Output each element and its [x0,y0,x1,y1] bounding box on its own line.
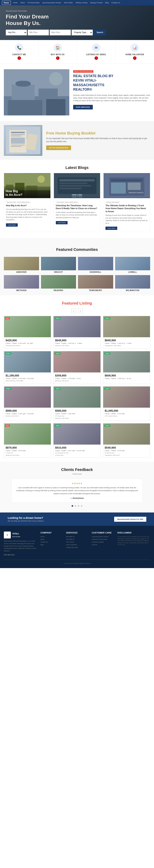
community-tewksbury[interactable]: TEWKSBURY [78,275,113,291]
community-dracut[interactable]: DRACUT [41,257,76,273]
footer-link-buy[interactable]: Buy With Us [66,536,88,537]
nav-link-buying[interactable]: Buying A House [89,1,104,4]
footer-link-valuation[interactable]: Home Valuation [66,544,88,546]
listing-card-3[interactable]: Active $849,900 4 Beds · 3 Baths · 2,316… [103,316,150,349]
blog-card-3-button[interactable]: Learn More [105,227,117,230]
svg-rect-27 [60,183,87,184]
blog-card-2-desc: In this article, we will be answering ho… [56,211,98,219]
listing-11-price: $910,000 [55,446,99,449]
listing-10-badge: New [5,425,10,427]
footer-link-schools[interactable]: Schools [92,544,114,546]
footer-link-contact[interactable]: Contact Us [40,541,62,543]
listing-1-image: New [4,316,51,337]
nav-link-selling[interactable]: Selling A House [74,1,89,4]
listing-card-10[interactable]: New $879,900 4 Beds · 3 Baths · 3,078 Sq… [4,423,51,458]
listing-11-address: 21 Dunquin Rd, RD [55,452,99,454]
blog-services-button[interactable]: OUR SERVICES [73,105,93,110]
dracut-label: DRACUT [54,271,63,273]
footer-link-feat-listings[interactable]: Featured Listings [92,541,114,543]
booklet-download-button[interactable]: Get The Download Now [46,146,71,150]
listing-1-details: 4 Beds · 2 Baths · 1,261 SqFt · Sq. SqFt [6,342,49,344]
footer-services-title: Services [66,531,88,534]
min-price-input[interactable] [28,30,49,35]
card-buy[interactable]: 🏠 BUY WITH US + [38,40,77,63]
listing-card-6[interactable]: Active $609,900 4 Beds · 3 Baths · 1,780… [103,351,150,384]
footer-link-short[interactable]: Short Sales [66,541,88,543]
listing-card-4[interactable]: Active $1,199,000 4 Beds · 3 Baths · 3,1… [4,351,51,384]
latest-blogs-grid: How BigIs An Acre? Buying A Home · Home … [0,173,154,238]
blog-card-3-image: HOME DEPOT RENTALS [103,173,150,198]
cta-button[interactable]: Massachusetts Homes For Sale [114,517,146,522]
blog-card-1: How BigIs An Acre? Buying A Home · Home … [4,173,51,232]
max-price-input[interactable] [50,30,71,35]
nav-link-home[interactable]: Home [12,1,19,4]
footer-link-open-houses[interactable]: Upcoming Open Houses [92,536,114,537]
listing-prev-button[interactable]: ← [71,309,76,313]
nav-links: Home About MA Real Estate Upcoming Open … [12,1,121,4]
nav-link-open[interactable]: Upcoming Open Houses [41,1,62,4]
community-lowell[interactable]: LOWELL [115,257,150,273]
listing-card-9[interactable]: Active $1,095,000 4 Beds · 5 Baths · 2,1… [103,386,150,421]
property-type-select[interactable]: Any Pro... House Condo [6,30,27,35]
booklet-desc: It's too important! Get your free home b… [46,137,150,143]
listing-card-1[interactable]: New $429,900 4 Beds · 2 Baths · 1,261 Sq… [4,316,51,349]
feedback-dot-4[interactable] [81,505,82,507]
footer-link-email-listings[interactable]: Listings By Email [66,547,88,548]
methuen-image [4,275,39,288]
community-reading[interactable]: READING [41,275,76,291]
blog-card-2-content: Home Buyer | Home Selling Advice Unlocki… [54,198,100,226]
footer-link-about[interactable]: About [40,538,62,540]
feedback-dot-2[interactable] [75,505,76,507]
footer: V VITALIReal Estate Real Estate Vitali a… [0,526,154,568]
footer-phone: 978-360-0422 [4,554,37,556]
nav-link-short[interactable]: Short Sales [63,1,74,4]
search-button[interactable]: Search [94,30,106,35]
feedback-dot-1[interactable] [72,505,73,507]
nav-logo[interactable]: Home [2,1,11,5]
andover-image [4,257,39,270]
card-valuation[interactable]: 📊 HOME VALUATION + [116,40,154,63]
blog-feature-section: REAL ESTATE BLOG REAL ESTATE BLOG BYKEVI… [0,63,154,121]
property-type-select2[interactable]: Property Type... [72,30,93,35]
community-andover[interactable]: ANDOVER [4,257,39,273]
nav-link-about[interactable]: About [19,1,26,4]
card-listings[interactable]: ✉ LISTINGS BY EMAIL + [77,40,116,63]
listing-card-8[interactable]: Active $580,000 3 Beds · 2 Baths · 1,462… [53,386,100,421]
booklet-title: Free Home Buying Booklet [46,131,150,135]
footer-link-communities[interactable]: Featured Communities [92,538,114,540]
listing-12-badge: Active [104,425,110,427]
community-wilmington[interactable]: WILMINGTON [115,275,150,291]
listing-8-price: $580,000 [55,409,99,412]
footer-link-sell[interactable]: Sell With Us [66,538,88,540]
community-haverhill[interactable]: HAVERHILL [78,257,113,273]
listing-card-7[interactable]: Active $999,000 4 Beds · 3 Baths · 3,100… [4,386,51,421]
card-contact[interactable]: 📞 CONTACT ME + [0,40,38,63]
listing-9-badge: Active [104,388,110,390]
svg-rect-10 [11,132,25,133]
footer-grid: V VITALIReal Estate Real Estate Vitali a… [4,531,150,556]
footer-care-col: Customer Care Upcoming Open Houses Featu… [92,531,114,556]
listing-card-12[interactable]: Active $549,900 4 Beds · 2 Baths · 2,278… [103,423,150,458]
nav-link-blog[interactable]: Blog [104,1,110,4]
listing-10-price: $879,900 [6,446,49,449]
footer-link-blog[interactable]: Blog [40,544,62,546]
blog-card-2-button[interactable]: Learn More [56,221,68,224]
nav-link-contact[interactable]: Contact Us [110,1,121,4]
nav-link-ma[interactable]: MA Real Estate [26,1,41,4]
svg-rect-15 [11,146,21,147]
cta-banner: Looking for a dream home? We can help yo… [0,513,154,526]
footer-link-home[interactable]: Home [40,536,62,537]
listing-card-5[interactable]: Active $359,900 2 Beds · 2 Baths · 1,756… [53,351,100,384]
svg-rect-29 [60,188,82,189]
listing-8-address: 25 Tevye Ave. [55,415,99,417]
community-methuen[interactable]: METHUEN [4,275,39,291]
feedback-dot-3[interactable] [78,505,79,507]
listing-12-content: $549,900 4 Beds · 2 Baths · 2,278 SqFt 5… [103,444,150,458]
listings-plus-icon: + [94,56,98,60]
valuation-plus-icon: + [133,56,136,60]
listing-card-11[interactable]: Active $910,000 3 Beds · 3 Baths · 2,311… [53,423,100,458]
listing-12-address: 50 Wilmot Ave [105,452,148,454]
listing-card-2[interactable]: Active $649,900 4 Beds · 2 Baths · 2,108… [53,316,100,349]
listing-next-button[interactable]: → [78,309,83,313]
blog-card-1-button[interactable]: Learn More [6,223,18,227]
